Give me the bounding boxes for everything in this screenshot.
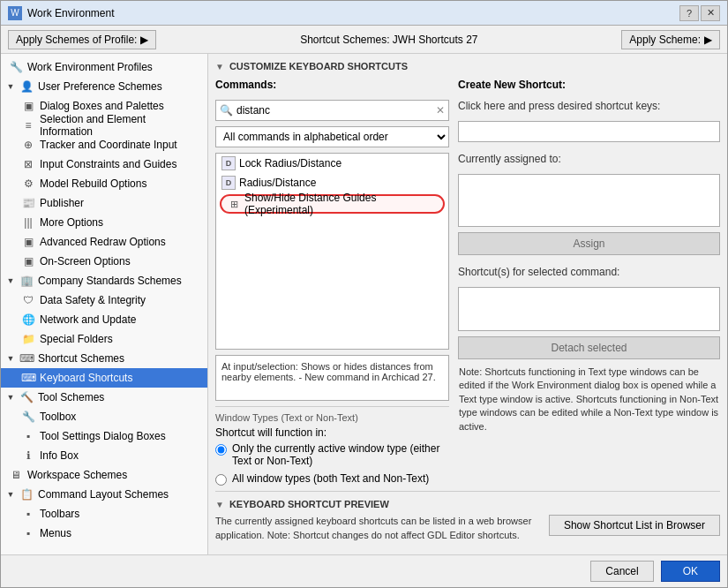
toolbox-icon: 🔧 <box>20 409 36 425</box>
command-item-lock-radius[interactable]: D Lock Radius/Distance <box>216 154 448 173</box>
preview-note: The currently assigned keyboard shortcut… <box>215 515 542 542</box>
create-shortcut-label: Create New Shortcut: <box>458 79 720 91</box>
publisher-icon: 📰 <box>20 195 36 211</box>
radio-active-window-label: Only the currently active window type (e… <box>232 442 449 467</box>
command-item-radius-distance[interactable]: D Radius/Distance <box>216 173 448 192</box>
detach-button[interactable]: Detach selected <box>458 336 720 359</box>
close-button[interactable]: ✕ <box>701 5 720 21</box>
shortcut-func-label: Shortcut will function in: <box>215 426 449 439</box>
note-box: Note: Shortcuts functioning in Text type… <box>458 365 720 434</box>
section-arrow-icon: ▼ <box>215 62 224 72</box>
sidebar-item-network[interactable]: 🌐 Network and Update <box>1 310 207 329</box>
commands-label: Commands: <box>215 79 449 91</box>
sidebar-group-shortcuts[interactable]: ▼ ⌨ Shortcut Schemes <box>1 349 207 368</box>
command-label-lock-radius: Lock Radius/Distance <box>239 157 341 170</box>
shortcut-group-icon: ⌨ <box>19 351 34 366</box>
sidebar-label-tracker: Tracker and Coordinate Input <box>40 139 177 151</box>
radio-all-windows: All window types (both Text and Non-Text… <box>215 472 449 486</box>
sidebar-label-keyboard: Keyboard Shortcuts <box>40 372 132 384</box>
command-item-show-hide-distance[interactable]: ⊞ Show/Hide Distance Guides (Experimenta… <box>220 194 445 214</box>
sidebar-item-tool-settings[interactable]: ▪ Tool Settings Dialog Boxes <box>1 426 207 446</box>
sidebar-item-publisher[interactable]: 📰 Publisher <box>1 193 207 213</box>
network-icon: 🌐 <box>20 312 36 328</box>
sidebar-item-data-safety[interactable]: 🛡 Data Safety & Integrity <box>1 290 207 310</box>
model-icon: ⚙ <box>20 176 36 192</box>
sidebar-item-menus[interactable]: ▪ Menus <box>1 524 207 543</box>
sidebar-item-input-constraints[interactable]: ⊠ Input Constraints and Guides <box>1 155 207 174</box>
apply-scheme-button[interactable]: Apply Scheme: ▶ <box>621 30 720 49</box>
apply-schemes-label: Apply Schemes of Profile: <box>16 34 137 46</box>
left-column: Commands: 🔍 ✕ All commands in alphabetic… <box>215 79 449 491</box>
sidebar-item-tracker[interactable]: ⊕ Tracker and Coordinate Input <box>1 135 207 155</box>
radio-active-window: Only the currently active window type (e… <box>215 442 449 467</box>
sidebar-label-user-prefs: User Preference Schemes <box>38 80 162 93</box>
apply-scheme-label: Apply Scheme: <box>629 34 701 46</box>
sidebar-item-advanced-redraw[interactable]: ▣ Advanced Redraw Options <box>1 232 207 252</box>
cancel-button[interactable]: Cancel <box>590 561 653 582</box>
assign-button[interactable]: Assign <box>458 232 720 255</box>
sidebar-label-publisher: Publisher <box>40 197 84 209</box>
sidebar-item-keyboard-shortcuts[interactable]: ⌨ Keyboard Shortcuts <box>1 368 207 388</box>
radio-active-window-input[interactable] <box>215 444 227 456</box>
clear-search-icon[interactable]: ✕ <box>436 104 445 117</box>
sidebar-item-toolbars[interactable]: ▪ Toolbars <box>1 504 207 524</box>
sidebar-item-info-box[interactable]: ℹ Info Box <box>1 446 207 465</box>
sidebar-group-user-prefs[interactable]: ▼ 👤 User Preference Schemes <box>1 77 207 96</box>
ok-button[interactable]: OK <box>661 561 720 582</box>
show-shortcut-browser-button[interactable]: Show Shortcut List in Browser <box>549 515 720 536</box>
show-hide-icon: ⊞ <box>227 197 241 211</box>
command-layout-icon: 📋 <box>19 486 34 502</box>
sidebar-label-dialog-boxes: Dialog Boxes and Palettes <box>40 100 164 112</box>
sidebar-group-tools[interactable]: ▼ 🔨 Tool Schemes <box>1 388 207 407</box>
tools-group-icon: 🔨 <box>19 389 34 405</box>
sidebar-label-company: Company Standards Schemes <box>38 275 182 287</box>
sidebar-group-company-standards[interactable]: ▼ 🏢 Company Standards Schemes <box>1 271 207 290</box>
menus-icon: ▪ <box>20 525 36 541</box>
sidebar-item-workspace[interactable]: 🖥 Workspace Schemes <box>1 465 207 485</box>
sidebar-item-more-options[interactable]: ||| More Options <box>1 213 207 232</box>
help-button[interactable]: ? <box>679 5 699 21</box>
dialog-boxes-icon: ▣ <box>20 98 36 114</box>
command-description-box: At input/selection: Shows or hides dista… <box>215 355 449 401</box>
sidebar-label-onscreen: On-Screen Options <box>40 255 131 268</box>
preview-section-arrow-icon: ▼ <box>215 500 224 509</box>
sidebar-item-model-rebuild[interactable]: ⚙ Model Rebuild Options <box>1 174 207 193</box>
content-area: Commands: 🔍 ✕ All commands in alphabetic… <box>215 79 720 491</box>
expand-shortcuts-icon: ▼ <box>4 352 17 365</box>
sidebar-group-command-layout[interactable]: ▼ 📋 Command Layout Schemes <box>1 485 207 504</box>
sidebar-label-tools: Tool Schemes <box>38 391 104 403</box>
work-env-icon: 🔧 <box>8 59 24 75</box>
sidebar-label-work-env: Work Environment Profiles <box>27 61 153 73</box>
apply-scheme-arrow-icon: ▶ <box>704 34 712 46</box>
apply-schemes-button[interactable]: Apply Schemes of Profile: ▶ <box>8 30 156 49</box>
toolbar-row: Apply Schemes of Profile: ▶ Shortcut Sch… <box>1 26 727 54</box>
sidebar-item-special-folders[interactable]: 📁 Special Folders <box>1 329 207 349</box>
sidebar-label-workspace: Workspace Schemes <box>27 469 127 481</box>
keyboard-icon: ⌨ <box>20 370 36 386</box>
click-label: Click here and press desired shortcut ke… <box>458 100 720 112</box>
user-prefs-icon: 👤 <box>19 79 34 94</box>
title-bar: W Work Environment ? ✕ <box>1 1 727 26</box>
sidebar-item-work-env-profiles[interactable]: 🔧 Work Environment Profiles <box>1 57 207 77</box>
window-icon: W <box>8 6 22 20</box>
sidebar-item-toolbox[interactable]: 🔧 Toolbox <box>1 407 207 426</box>
company-icon: 🏢 <box>19 273 34 289</box>
selection-icon: ≡ <box>20 117 36 133</box>
sidebar-item-selection-info[interactable]: ≡ Selection and Element Information <box>1 116 207 135</box>
command-label-show-hide: Show/Hide Distance Guides (Experimental) <box>244 192 438 216</box>
keyboard-preview-section: ▼ KEYBOARD SHORTCUT PREVIEW The currentl… <box>215 491 720 547</box>
sidebar-label-data-safety: Data Safety & Integrity <box>40 294 146 306</box>
tracker-icon: ⊕ <box>20 137 36 153</box>
search-box: 🔍 ✕ <box>215 100 449 121</box>
radio-all-windows-input[interactable] <box>215 474 227 486</box>
main-content: 🔧 Work Environment Profiles ▼ 👤 User Pre… <box>1 54 727 554</box>
sidebar-label-toolbars: Toolbars <box>40 508 79 520</box>
more-options-icon: ||| <box>20 215 36 230</box>
sidebar-label-tool-settings: Tool Settings Dialog Boxes <box>40 430 166 442</box>
sidebar-item-onscreen[interactable]: ▣ On-Screen Options <box>1 252 207 271</box>
sidebar: 🔧 Work Environment Profiles ▼ 👤 User Pre… <box>1 54 208 554</box>
commands-filter-dropdown[interactable]: All commands in alphabetical order <box>215 126 449 147</box>
tool-settings-icon: ▪ <box>20 428 36 444</box>
shortcut-input[interactable] <box>458 121 720 142</box>
search-input[interactable] <box>236 104 432 117</box>
